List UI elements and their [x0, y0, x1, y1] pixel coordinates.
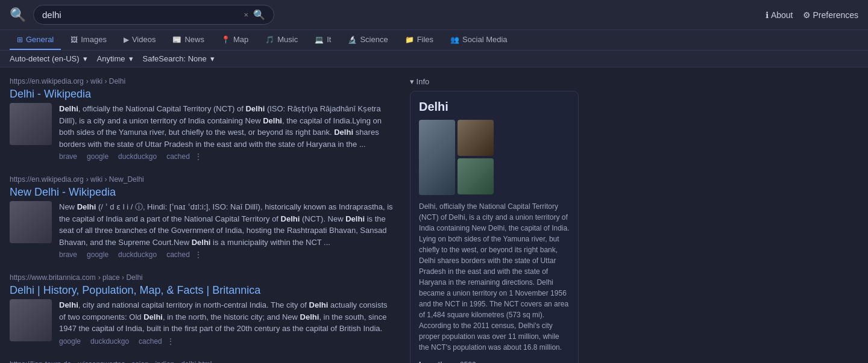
tab-label-music: Music: [277, 35, 298, 44]
action-google[interactable]: google: [87, 250, 108, 259]
tab-label-videos: Videos: [132, 35, 156, 44]
header-right: ℹ About ⚙ Preferences: [766, 10, 858, 20]
result-url: https://www.britannica.com › place › Del…: [10, 273, 395, 282]
about-label: About: [771, 10, 793, 20]
url-base: https://en.wikipedia.org: [10, 77, 84, 85]
tab-social_media[interactable]: 👥Social Media: [443, 30, 514, 50]
info-image-1: [458, 120, 494, 156]
info-toggle[interactable]: ▾ Info: [410, 77, 579, 86]
info-card: Delhi Delhi, officially the National Cap…: [410, 91, 579, 363]
info-description: Delhi, officially the National Capital T…: [419, 201, 570, 353]
tab-icon-music: 🎵: [265, 36, 274, 44]
result-thumbnail: [10, 299, 52, 341]
action-cached[interactable]: cached: [166, 250, 190, 259]
action-cached[interactable]: cached: [166, 152, 190, 161]
info-image-2: [458, 158, 494, 194]
tab-icon-social_media: 👥: [450, 36, 459, 44]
chevron-down-icon: ▾: [210, 54, 215, 63]
url-sep: › wiki › New_Delhi: [86, 175, 144, 184]
result-actions: brave google duckduckgo cached ⋮: [59, 152, 395, 161]
result-title[interactable]: Delhi - Wikipedia: [10, 88, 91, 100]
tab-videos[interactable]: ▶Videos: [116, 30, 163, 50]
tab-icon-images: 🖼: [71, 36, 78, 44]
clear-icon[interactable]: ×: [244, 10, 248, 19]
result-url: https://lion-tours.de › wissenswertes › …: [10, 360, 395, 364]
info-toggle-label: ▾ Info: [410, 77, 429, 86]
action-duckduckgo[interactable]: duckduckgo: [118, 250, 157, 259]
tab-label-images: Images: [81, 35, 107, 44]
thumb-img: [10, 103, 52, 145]
fact-value: -0500: [458, 361, 476, 363]
url-base: https://www.britannica.com: [10, 273, 96, 282]
result-body: Delhi, officially the National Capital T…: [10, 103, 395, 161]
tab-icon-videos: ▶: [124, 36, 129, 44]
time-filter[interactable]: Anytime ▾: [97, 54, 133, 63]
url-sep: › place › Delhi: [98, 273, 143, 282]
result-title[interactable]: New Delhi - Wikipedia: [10, 186, 116, 198]
language-filter[interactable]: Auto-detect (en-US) ▾: [10, 54, 87, 63]
result-actions: brave google duckduckgo cached ⋮: [59, 250, 395, 259]
info-fact: Inception : -0500: [419, 360, 570, 363]
tab-music[interactable]: 🎵Music: [258, 30, 305, 50]
thumb-img: [10, 201, 52, 243]
tab-icon-files: 📁: [405, 36, 414, 44]
preferences-label: Preferences: [813, 10, 858, 20]
tab-icon-it: 💻: [315, 36, 324, 44]
action-cached[interactable]: cached: [139, 337, 162, 346]
action-brave[interactable]: brave: [59, 152, 77, 161]
action-duckduckgo[interactable]: duckduckgo: [90, 337, 129, 346]
action-google[interactable]: google: [87, 152, 108, 161]
result-actions: google duckduckgo cached ⋮: [59, 337, 395, 346]
result-url: https://en.wikipedia.org › wiki › New_De…: [10, 175, 395, 184]
more-options-icon[interactable]: ⋮: [195, 152, 202, 161]
result-title[interactable]: Delhi | History, Population, Map, & Fact…: [10, 284, 260, 296]
tab-label-social_media: Social Media: [462, 35, 507, 44]
gear-icon: ⚙: [803, 10, 811, 20]
tab-icon-news: 📰: [172, 36, 181, 44]
info-panel: ▾ Info Delhi Delhi, officially the Natio…: [410, 77, 579, 363]
result-thumbnail: [10, 201, 52, 243]
result-thumbnail: [10, 103, 52, 145]
chevron-down-icon: ▾: [83, 54, 87, 63]
header: 🔍 × 🔍 ℹ About ⚙ Preferences: [0, 0, 868, 30]
action-google[interactable]: google: [59, 337, 81, 346]
result-snippet: New Delhi (/ ˈ d ɛ l i / ⓘ, Hindi: [ˈnaɪ…: [59, 201, 395, 248]
more-options-icon[interactable]: ⋮: [167, 337, 174, 346]
tab-label-it: It: [327, 35, 331, 44]
chevron-down-icon: ▾: [129, 54, 133, 63]
result-item-r1: https://en.wikipedia.org › wiki › Delhi …: [10, 77, 395, 161]
nav-tabs: ⊞General🖼Images▶Videos📰News📍Map🎵Music💻It…: [0, 30, 868, 51]
about-link[interactable]: ℹ About: [766, 10, 793, 20]
results-column: https://en.wikipedia.org › wiki › Delhi …: [10, 77, 395, 363]
tab-files[interactable]: 📁Files: [398, 30, 441, 50]
safesearch-filter[interactable]: SafeSearch: None ▾: [143, 54, 215, 63]
tab-images[interactable]: 🖼Images: [63, 30, 114, 50]
fact-label: Inception :: [419, 361, 456, 363]
tab-science[interactable]: 🔬Science: [341, 30, 395, 50]
tab-news[interactable]: 📰News: [165, 30, 212, 50]
filter-row: Auto-detect (en-US) ▾ Anytime ▾ SafeSear…: [0, 51, 868, 67]
tab-label-science: Science: [360, 35, 388, 44]
tab-it[interactable]: 💻It: [307, 30, 338, 50]
main-content: https://en.wikipedia.org › wiki › Delhi …: [0, 67, 868, 363]
search-button[interactable]: 🔍: [253, 9, 265, 20]
tab-map[interactable]: 📍Map: [214, 30, 256, 50]
action-duckduckgo[interactable]: duckduckgo: [118, 152, 157, 161]
search-input[interactable]: [42, 10, 244, 20]
url-base: https://lion-tours.de: [10, 360, 71, 364]
language-filter-label: Auto-detect (en-US): [10, 54, 80, 63]
thumb-img: [10, 299, 52, 341]
result-body: Delhi, city and national capital territo…: [10, 299, 395, 346]
tab-label-general: General: [26, 35, 54, 44]
tab-icon-science: 🔬: [348, 36, 357, 44]
more-options-icon[interactable]: ⋮: [195, 250, 202, 259]
result-snippet: Delhi, city and national capital territo…: [59, 299, 395, 335]
tab-label-files: Files: [417, 35, 433, 44]
preferences-link[interactable]: ⚙ Preferences: [803, 10, 858, 20]
action-brave[interactable]: brave: [59, 250, 77, 259]
result-item-r2: https://en.wikipedia.org › wiki › New_De…: [10, 175, 395, 259]
tab-general[interactable]: ⊞General: [10, 30, 61, 50]
result-body: New Delhi (/ ˈ d ɛ l i / ⓘ, Hindi: [ˈnaɪ…: [10, 201, 395, 259]
url-sep: › wissenswertes › asien › indien › delhi…: [74, 360, 212, 364]
search-logo[interactable]: 🔍: [10, 7, 26, 23]
